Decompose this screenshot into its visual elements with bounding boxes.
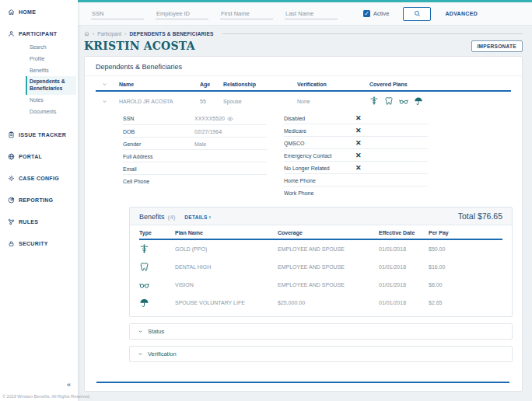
chevron-down-icon[interactable]: [102, 82, 107, 87]
ssn-value: XXXXX5520: [194, 116, 225, 121]
page-title: KRISTIN ACOSTA: [84, 40, 195, 52]
dental-plan-icon: [384, 96, 394, 106]
lock-icon: [8, 240, 15, 247]
sidebar-subitem-profile[interactable]: Profile: [30, 54, 78, 65]
per-pay: $16.00: [429, 264, 502, 270]
dependent-details: SSN XXXXX5520 DOB 02/27/1964 Gender Male: [123, 112, 511, 199]
medicare-value: ✕: [355, 128, 362, 134]
per-pay: $2.65: [429, 300, 502, 305]
medical-plan-icon: [369, 96, 379, 106]
coverage: EMPLOYEE AND SPOUSE: [278, 246, 379, 252]
benefits-table-header: Type Plan Name Coverage Effective Date P…: [139, 225, 502, 240]
verification-section-toggle[interactable]: Verification: [129, 346, 513, 362]
active-checkbox-label: Active: [373, 10, 389, 17]
dependent-age: 55: [200, 99, 223, 104]
col-header-effective-date: Effective Date: [379, 230, 429, 235]
breadcrumb-separator: ›: [124, 31, 126, 37]
col-header-relationship: Relationship: [223, 82, 297, 87]
life-plan-icon: [139, 298, 175, 308]
globe-icon: [8, 153, 15, 160]
card-title: Dependents & Beneficiaries: [85, 57, 522, 76]
sidebar-item-label: RULES: [19, 219, 38, 225]
breadcrumb-participant[interactable]: Participant: [97, 31, 121, 37]
active-checkbox[interactable]: [363, 10, 370, 17]
sidebar-subitem-notes[interactable]: Notes: [30, 95, 78, 106]
detail-field-no-longer-related: No Longer Related ✕: [284, 162, 428, 174]
impersonate-button[interactable]: IMPERSONATE: [471, 40, 523, 52]
details-left-column: SSN XXXXX5520 DOB 02/27/1964 Gender Male: [123, 112, 267, 199]
sidebar-item-reporting[interactable]: REPORTING: [0, 193, 78, 207]
sidebar-item-label: REPORTING: [19, 197, 53, 203]
advanced-search-link[interactable]: ADVANCED: [445, 11, 478, 16]
sidebar-item-issue-tracker[interactable]: ISSUE TRACKER: [0, 127, 78, 142]
employee-id-input[interactable]: [156, 9, 208, 19]
vision-plan-icon: [139, 280, 175, 290]
col-header-age: Age: [200, 82, 223, 87]
dental-plan-icon: [139, 262, 175, 272]
detail-field-emergency-contact: Emergency Contact ✕: [284, 149, 428, 162]
reveal-ssn-eye-icon[interactable]: [227, 116, 233, 122]
status-section-toggle[interactable]: Status: [129, 323, 513, 340]
sidebar-item-rules[interactable]: RULES: [0, 214, 78, 229]
card-bottom-rule: [96, 382, 509, 383]
col-header-per-pay: Per Pay: [429, 230, 502, 235]
ssn-input[interactable]: [91, 9, 144, 19]
copyright-text: © 2019 Winston Benefits. All Rights Rese…: [2, 394, 90, 399]
detail-field-disabled: Disabled ✕: [284, 112, 428, 124]
breadcrumb: › Participant › DEPENDENTS & BENEFICIARI…: [84, 30, 523, 38]
detail-field-home-phone: Home Phone: [284, 174, 428, 187]
table-row[interactable]: HAROLD JR ACOSTA 55 Spouse None: [96, 92, 511, 109]
active-checkbox-group[interactable]: Active: [363, 10, 389, 17]
sidebar-item-case-config[interactable]: CASE CONFIG: [0, 171, 78, 186]
sidebar-item-security[interactable]: SECURITY: [0, 236, 78, 251]
sidebar-item-portal[interactable]: PORTAL: [0, 149, 78, 164]
detail-field-email: Email: [123, 162, 267, 175]
breadcrumb-rule: [222, 33, 523, 34]
dependents-table-header: Name Age Relationship Verification Cover…: [96, 76, 511, 92]
main-area: Active ADVANCED › Participant › DEPENDEN…: [78, 0, 532, 401]
sidebar-item-participant[interactable]: PARTICIPANT: [0, 26, 78, 41]
benefit-row-dental: DENTAL HIGH EMPLOYEE AND SPOUSE 01/01/20…: [139, 258, 502, 276]
coverage: EMPLOYEE AND SPOUSE: [278, 264, 379, 270]
plan-name: GOLD (PPO): [175, 246, 278, 252]
chevron-down-icon: [138, 351, 143, 357]
sidebar-item-label: ISSUE TRACKER: [19, 132, 66, 138]
sidebar-subitem-benefits[interactable]: Benefits: [30, 65, 78, 77]
medical-plan-icon: [139, 244, 175, 254]
sidebar-item-label: PORTAL: [19, 154, 42, 159]
gender-value: Male: [194, 141, 206, 147]
participant-submenu: Search Profile Benefits Dependents & Ben…: [0, 41, 78, 120]
plan-name: DENTAL HIGH: [175, 264, 278, 270]
detail-field-dob: DOB 02/27/1964: [123, 125, 267, 138]
covered-plans-icons: [369, 96, 511, 106]
dependent-name: HAROLD JR ACOSTA: [119, 99, 200, 104]
sidebar-subitem-dependents-beneficiaries[interactable]: Dependents & Beneficiaries: [26, 76, 76, 95]
sidebar-subitem-documents[interactable]: Documents: [30, 106, 78, 118]
benefit-row-medical: GOLD (PPO) EMPLOYEE AND SPOUSE 01/01/201…: [139, 240, 502, 258]
row-expand-chevron-icon[interactable]: [102, 99, 107, 104]
sidebar-collapse-icon[interactable]: [67, 381, 71, 389]
person-icon: [8, 30, 15, 37]
sidebar-item-home[interactable]: HOME: [0, 5, 78, 19]
col-header-name: Name: [119, 82, 200, 87]
coverage: EMPLOYEE AND SPOUSE: [278, 282, 379, 288]
coverage: $25,000.00: [278, 300, 379, 305]
benefit-row-vision: VISION EMPLOYEE AND SPOUSE 01/01/2018 $8…: [139, 276, 502, 294]
search-button[interactable]: [403, 7, 431, 21]
benefit-row-life: SPOUSE VOLUNTARY LIFE $25,000.00 01/01/2…: [139, 294, 502, 312]
benefits-title: Benefits: [139, 213, 165, 221]
effective-date: 01/01/2018: [379, 246, 429, 252]
per-pay: $8.00: [429, 282, 502, 288]
effective-date: 01/01/2018: [379, 300, 429, 305]
content-area: › Participant › DEPENDENTS & BENEFICIARI…: [78, 26, 532, 401]
benefits-table: Type Plan Name Coverage Effective Date P…: [130, 225, 512, 316]
vision-plan-icon: [399, 96, 408, 106]
chevron-down-icon: [138, 329, 143, 334]
first-name-input[interactable]: [220, 9, 273, 19]
last-name-input[interactable]: [285, 9, 338, 19]
pie-chart-icon: [8, 197, 15, 204]
benefits-details-link[interactable]: DETAILS ›: [184, 214, 211, 220]
breadcrumb-home-icon[interactable]: [84, 31, 89, 37]
sidebar-subitem-search[interactable]: Search: [30, 42, 78, 54]
detail-field-medicare: Medicare ✕: [284, 124, 428, 137]
